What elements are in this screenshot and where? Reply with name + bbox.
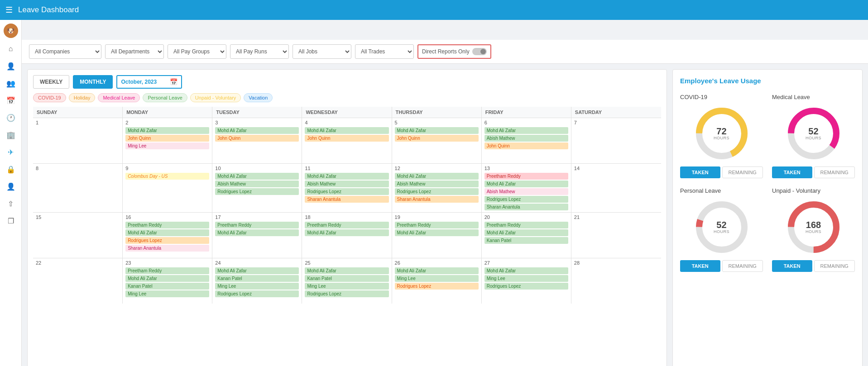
calendar-event[interactable]: Preetham Reddy [125,222,209,228]
calendar-event[interactable]: Mohd Ali Zafar [125,229,209,236]
calendar-event[interactable]: Mohd Ali Zafar [484,229,568,236]
legend-holiday[interactable]: Holiday [69,93,96,102]
calendar-event[interactable]: Mohd Ali Zafar [395,127,479,134]
sidebar-item-apps[interactable]: ❐ [2,213,20,229]
legend-medical[interactable]: Medical Leave [98,93,140,102]
calendar-event[interactable]: Rodrigues Lopez [215,290,299,297]
calendar-event[interactable]: Rodrigues Lopez [215,188,299,195]
remaining-button[interactable]: REMAINING [814,166,855,178]
calendar-event[interactable]: Sharan Anantula [125,245,209,252]
departments-filter[interactable]: All Departments [105,44,164,59]
calendar-event[interactable]: Ming Lee [125,290,209,297]
direct-reports-toggle[interactable] [472,48,487,55]
calendar-event[interactable]: Abish Mathew [484,188,568,195]
trades-filter[interactable]: All Trades [355,44,414,59]
calendar-event[interactable]: Rodrigues Lopez [305,290,388,297]
calendar-event[interactable]: Mohd Ali Zafar [215,267,299,274]
companies-filter[interactable]: All Companies [29,44,101,59]
sidebar-item-leave[interactable]: ✈ [2,144,20,160]
calendar-event[interactable]: Sharan Anantula [395,196,479,203]
taken-button[interactable]: TAKEN [772,166,812,178]
calendar-event[interactable]: Mohd Ali Zafar [484,181,568,187]
remaining-button[interactable]: REMAINING [722,166,763,178]
calendar-event[interactable]: Abish Mathew [484,135,568,142]
calendar-event[interactable]: Mohd Ali Zafar [484,127,568,134]
calendar-event[interactable]: Preetham Reddy [484,173,568,180]
donut-hours: 52 [716,220,726,229]
monthly-view-button[interactable]: MONTHLY [73,75,113,89]
avatar[interactable]: 🐶 [4,24,18,38]
taken-button[interactable]: TAKEN [772,260,812,272]
calendar-event[interactable]: Mohd Ali Zafar [215,229,299,236]
legend-vacation[interactable]: Vacation [244,93,273,102]
calendar-event[interactable]: John Quinn [125,135,209,142]
sidebar-item-employees[interactable]: 👥 [2,75,20,91]
legend-unpaid[interactable]: Unpaid - Voluntary [190,93,241,102]
calendar-event[interactable]: Rodrigues Lopez [484,196,568,203]
jobs-filter[interactable]: All Jobs [293,44,351,59]
calendar-event[interactable]: Rodrigues Lopez [395,283,479,290]
sidebar-item-recruitment[interactable]: 👤 [2,178,20,195]
calendar-event[interactable]: Mohd Ali Zafar [395,173,479,180]
calendar-event[interactable]: Rodrigues Lopez [305,188,388,195]
calendar-event[interactable]: Kanan Patel [215,275,299,282]
calendar-event[interactable]: Preetham Reddy [305,222,388,228]
calendar-event[interactable]: Mohd Ali Zafar [305,229,388,236]
calendar-event[interactable]: Mohd Ali Zafar [484,267,568,274]
calendar-event[interactable]: Preetham Reddy [215,222,299,228]
calendar-event[interactable]: Preetham Reddy [125,267,209,274]
date-input[interactable] [121,79,166,85]
taken-button[interactable]: TAKEN [680,260,720,272]
calendar-event[interactable]: Mohd Ali Zafar [215,173,299,180]
calendar-event[interactable]: Colombus Day - US [125,173,209,180]
calendar-event[interactable]: Mohd Ali Zafar [215,127,299,134]
weekly-view-button[interactable]: WEEKLY [33,75,69,89]
sidebar-item-upload[interactable]: ⇧ [2,195,20,212]
calendar-event[interactable]: Mohd Ali Zafar [305,173,388,180]
remaining-button[interactable]: REMAINING [722,260,763,272]
calendar-event[interactable]: Ming Lee [395,275,479,282]
calendar-event[interactable]: John Quinn [484,143,568,149]
calendar-event[interactable]: John Quinn [395,135,479,142]
calendar-event[interactable]: Abish Mathew [305,181,388,187]
calendar-event[interactable]: Mohd Ali Zafar [125,275,209,282]
sidebar-item-profile[interactable]: 👤 [2,58,20,74]
calendar-event[interactable]: Preetham Reddy [484,222,568,228]
calendar-event[interactable]: Ming Lee [215,283,299,290]
calendar-event[interactable]: John Quinn [305,135,388,142]
menu-icon[interactable]: ☰ [5,5,13,15]
sidebar-item-payroll[interactable]: 🏢 [2,127,20,143]
remaining-button[interactable]: REMAINING [814,260,855,272]
payruns-filter[interactable]: All Pay Runs [230,44,289,59]
sidebar-item-home[interactable]: ⌂ [2,41,20,57]
calendar-event[interactable]: Mohd Ali Zafar [305,267,388,274]
calendar-event[interactable]: John Quinn [215,135,299,142]
calendar-event[interactable]: Ming Lee [125,143,209,149]
date-picker-container[interactable]: 📅 [116,75,182,89]
calendar-event[interactable]: Preetham Reddy [395,222,479,228]
calendar-event[interactable]: Mohd Ali Zafar [305,127,388,134]
calendar-event[interactable]: Rodrigues Lopez [484,283,568,290]
calendar-event[interactable]: Sharan Anantula [484,204,568,210]
calendar-event[interactable]: Mohd Ali Zafar [395,267,479,274]
calendar-event[interactable]: Kanan Patel [125,283,209,290]
calendar-event[interactable]: Sharan Anantula [305,196,388,203]
calendar-event[interactable]: Mohd Ali Zafar [395,229,479,236]
paygroups-filter[interactable]: All Pay Groups [168,44,226,59]
legend-covid[interactable]: COVID-19 [33,93,66,102]
calendar-event[interactable]: Mohd Ali Zafar [125,127,209,134]
calendar-event[interactable]: Rodrigues Lopez [395,188,479,195]
sidebar-item-compliance[interactable]: 🔒 [2,161,20,177]
sidebar-item-calendar[interactable]: 📅 [2,92,20,109]
taken-button[interactable]: TAKEN [680,166,720,178]
legend-personal[interactable]: Personal Leave [143,93,187,102]
sidebar-item-time[interactable]: 🕐 [2,109,20,126]
calendar-event[interactable]: Ming Lee [305,283,388,290]
calendar-event[interactable]: Rodrigues Lopez [125,237,209,244]
calendar-event[interactable]: Ming Lee [484,275,568,282]
calendar-event[interactable]: Abish Mathew [395,181,479,187]
calendar-event[interactable]: Kanan Patel [484,237,568,244]
calendar-event[interactable]: Abish Mathew [215,181,299,187]
calendar-icon[interactable]: 📅 [170,78,177,86]
calendar-event[interactable]: Kanan Patel [305,275,388,282]
